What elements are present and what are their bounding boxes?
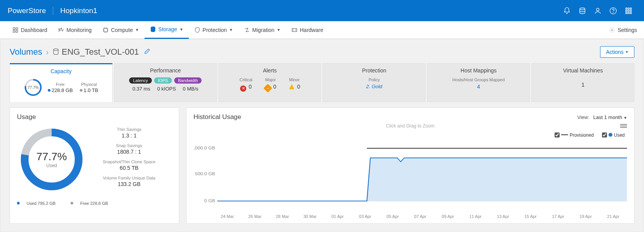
legend-used[interactable]: Used (602, 132, 625, 138)
nav-dashboard[interactable]: Dashboard (7, 21, 53, 39)
usage-panel-title: Usage (10, 108, 179, 125)
nav-monitoring[interactable]: Monitoring (53, 21, 97, 39)
alert-minor-label: Minor (289, 77, 300, 82)
perf-bw-value: 0 MB/s (183, 86, 198, 92)
nav-migration-label: Migration (252, 27, 275, 33)
legend-provisioned[interactable]: Provisioned (555, 132, 594, 138)
capacity-free-label: Free (48, 82, 73, 87)
vm-count: 1 (537, 77, 629, 88)
protection-policy-link[interactable]: 2. Gold (328, 84, 420, 89)
edit-icon[interactable] (139, 48, 151, 56)
legend-free: Free 228.8 GB (80, 201, 108, 206)
host-mapped-label: Hosts/Host Groups Mapped (433, 77, 524, 82)
view-label: View: (577, 114, 590, 120)
nav-dashboard-label: Dashboard (21, 27, 47, 33)
unique-data-value: 133.2 GB (86, 181, 172, 187)
tab-protection[interactable]: Protection Policy 2. Gold (323, 63, 425, 102)
chevron-down-icon: ▼ (135, 28, 139, 32)
svg-point-21 (54, 49, 58, 51)
x-tick: 05 Apr (379, 214, 407, 219)
actions-button-label: Actions (606, 49, 624, 55)
nav-compute[interactable]: Compute▼ (97, 21, 145, 39)
x-tick: 07 Apr (407, 214, 434, 219)
unique-data-label: Volume Family Unique Data (86, 176, 172, 180)
snap-savings-label: Snap Savings (86, 143, 172, 148)
svg-point-20 (611, 29, 613, 31)
apps-icon[interactable] (621, 7, 636, 15)
x-tick: 21 Apr (599, 214, 627, 219)
bell-icon[interactable] (559, 7, 575, 15)
tab-capacity-title: Capacity (15, 68, 107, 74)
chart-menu-icon[interactable] (620, 123, 627, 129)
x-tick: 26 Mar (241, 214, 269, 219)
x-tick: 28 Mar (269, 214, 296, 219)
view-selector[interactable]: Last 1 month ▼ (593, 114, 627, 120)
actions-button[interactable]: Actions▼ (600, 46, 634, 58)
perf-latency-value: 0.37 ms (133, 86, 150, 92)
alert-major-value: 0 (273, 84, 276, 90)
tab-vm-title: Virtual Machines (537, 67, 629, 74)
svg-rect-13 (13, 28, 15, 30)
tab-protection-title: Protection (328, 67, 420, 74)
legend-provisioned-checkbox[interactable] (555, 132, 560, 137)
x-tick: 01 Apr (324, 214, 351, 219)
chevron-down-icon: ▼ (624, 116, 627, 120)
drag-hint: Click and Drag to Zoom (386, 123, 434, 129)
minor-icon (289, 84, 295, 90)
nav-storage[interactable]: Storage▼ (145, 21, 189, 39)
x-tick: 24 Mar (214, 214, 241, 219)
svg-rect-17 (104, 28, 107, 32)
legend-used-label: Used (614, 132, 625, 138)
legend-provisioned-label: Provisioned (570, 132, 594, 138)
critical-icon: ✕ (240, 85, 246, 92)
chart-area[interactable]: 1,000.0 GB 500.0 GB 0 GB (193, 142, 627, 212)
x-tick: 11 Apr (462, 214, 489, 219)
nav-settings-label: Settings (617, 27, 637, 33)
nav-storage-label: Storage (158, 26, 177, 32)
svg-text:500.0 GB: 500.0 GB (195, 171, 215, 176)
tab-host-title: Host Mappings (433, 67, 524, 74)
svg-rect-15 (13, 30, 15, 32)
host-mapped-link[interactable]: 4 (433, 84, 524, 90)
svg-text:1,000.0 GB: 1,000.0 GB (193, 146, 215, 150)
svg-rect-8 (628, 10, 629, 11)
content-area: Volumes › ENG_Test_VOL-001 Actions▼ Capa… (0, 39, 644, 232)
nav-settings[interactable]: Settings (609, 27, 637, 33)
help-icon[interactable] (605, 7, 621, 15)
x-tick: 30 Mar (296, 214, 324, 219)
snapshot-space-label: Snapshot/Thin Clone Space (86, 159, 172, 164)
tab-host-mappings[interactable]: Host Mappings Hosts/Host Groups Mapped 4 (427, 63, 530, 102)
usage-legend: Used 795.2 GB Free 228.8 GB (10, 199, 179, 211)
user-icon[interactable] (590, 7, 605, 15)
chevron-down-icon: ▼ (180, 27, 183, 32)
pill-latency: Latency (129, 77, 152, 84)
cluster-name[interactable]: Hopkinton1 (60, 7, 97, 15)
nav-hardware[interactable]: Hardware (286, 21, 329, 39)
legend-used-checkbox[interactable] (602, 132, 607, 137)
x-tick: 17 Apr (544, 214, 572, 219)
tab-virtual-machines[interactable]: Virtual Machines 1 (531, 63, 634, 102)
protection-policy-label: Policy (328, 77, 420, 82)
svg-rect-6 (630, 8, 631, 9)
nav-hardware-label: Hardware (300, 27, 323, 33)
capacity-physical-value: 1.0 TB (84, 87, 98, 93)
tab-alerts[interactable]: Alerts Critical✕0 Major−0 Minor0 (219, 63, 321, 102)
historical-panel: Historical Usage View: Last 1 month ▼ Cl… (186, 107, 634, 224)
capacity-mini-percent: 77.7% (28, 85, 39, 90)
jobs-icon[interactable] (575, 7, 590, 15)
nav-protection[interactable]: Protection▼ (189, 21, 239, 39)
nav-compute-label: Compute (111, 27, 133, 33)
x-tick: 13 Apr (489, 214, 517, 219)
chart-legend: Provisioned Used (187, 131, 634, 141)
tab-performance[interactable]: Performance Latency IOPS Bandwidth 0.37 … (114, 63, 217, 102)
nav-migration[interactable]: Migration▼ (239, 21, 286, 39)
chevron-down-icon: ▼ (229, 28, 233, 32)
brand-label: PowerStore (8, 7, 53, 15)
major-icon: − (264, 84, 272, 93)
view-value: Last 1 month (593, 114, 622, 120)
tab-capacity[interactable]: Capacity 77.7% Free228.8 GB Physical1.0 … (10, 63, 113, 102)
breadcrumb-root[interactable]: Volumes (10, 47, 42, 57)
tab-performance-title: Performance (120, 67, 211, 74)
nav-monitoring-label: Monitoring (67, 27, 92, 33)
svg-rect-12 (630, 12, 631, 13)
